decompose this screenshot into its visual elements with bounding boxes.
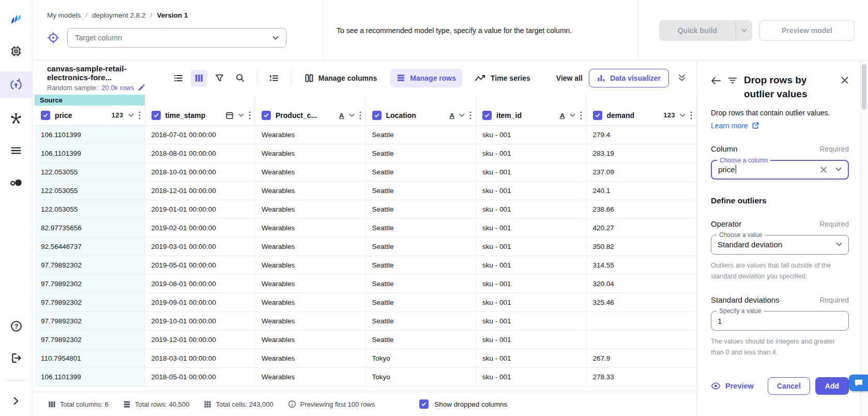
- sample-label: Random sample:: [47, 84, 98, 92]
- quick-build-button[interactable]: Quick build: [659, 20, 752, 41]
- column-menu-caret-icon[interactable]: [128, 113, 134, 117]
- manage-rows-button[interactable]: Manage rows: [390, 69, 462, 87]
- std-value-input[interactable]: Specify a value 1: [711, 311, 849, 331]
- column-dropdown-caret-icon[interactable]: [835, 167, 842, 172]
- text-type-icon: A: [339, 112, 344, 120]
- preview-button[interactable]: Preview: [711, 382, 754, 390]
- column-kebab-icon[interactable]: [359, 111, 361, 120]
- table-cell: Wearables: [255, 256, 366, 274]
- operator-select[interactable]: Choose a value Standard deviation: [711, 235, 849, 255]
- column-header-demand: demand123: [587, 106, 697, 125]
- column-menu-caret-icon[interactable]: [680, 113, 686, 117]
- column-kebab-icon[interactable]: [139, 111, 141, 120]
- back-arrow-icon[interactable]: [711, 76, 721, 101]
- table-cell: 122.053055: [35, 182, 145, 200]
- expand-sidebar-icon[interactable]: [0, 389, 33, 413]
- chat-widget-button[interactable]: [849, 375, 868, 391]
- column-kebab-icon[interactable]: [580, 111, 582, 120]
- table-cell: Wearables: [255, 275, 366, 293]
- help-icon[interactable]: ?: [0, 314, 33, 338]
- table-cell: Seattle: [366, 312, 477, 330]
- breadcrumb: My models/deployment 2.8.2/Version 1: [47, 11, 323, 19]
- table-cell: 2018-05-01 00:00:00: [145, 368, 256, 386]
- checkbox-checked-icon[interactable]: [419, 399, 429, 409]
- search-icon[interactable]: [232, 70, 249, 86]
- columns-icon: [48, 400, 56, 408]
- table-cell: sku - 001: [476, 349, 587, 367]
- sign-out-icon[interactable]: [0, 346, 33, 370]
- row-list-view-icon[interactable]: [170, 70, 187, 86]
- canvas-home-icon[interactable]: [0, 71, 33, 98]
- target-column-select[interactable]: Target column: [67, 28, 286, 48]
- column-kebab-icon[interactable]: [690, 111, 692, 120]
- table-row: 97.798923022019-12-01 00:00:00WearablesS…: [35, 331, 697, 349]
- learn-more-link[interactable]: Learn more: [711, 122, 759, 130]
- filter-icon[interactable]: [211, 70, 228, 86]
- table-cell: 97.79892302: [35, 312, 145, 330]
- table-cell: Seattle: [366, 144, 477, 162]
- cells-grid-icon: [204, 400, 211, 408]
- column-name: time_stamp: [165, 111, 206, 120]
- manage-columns-button[interactable]: Manage columns: [298, 69, 384, 87]
- edit-sample-icon[interactable]: [138, 84, 145, 92]
- operator-dropdown-caret-icon[interactable]: [836, 242, 842, 247]
- column-name: price: [55, 111, 72, 120]
- std-section-label: Standard deviations: [711, 295, 780, 304]
- table-row: 82.977356562019-02-01 00:00:00WearablesS…: [35, 219, 697, 237]
- add-button[interactable]: Add: [815, 377, 849, 395]
- ordered-list-icon[interactable]: [266, 70, 282, 86]
- preview-button-label: Preview: [725, 382, 754, 390]
- show-dropped-columns-checkbox[interactable]: Show dropped columns: [419, 399, 507, 409]
- column-menu-caret-icon[interactable]: [238, 113, 244, 117]
- close-icon[interactable]: [841, 76, 849, 101]
- panel-scrollbar[interactable]: [860, 61, 868, 416]
- column-menu-caret-icon[interactable]: [349, 113, 355, 117]
- clear-input-icon[interactable]: [820, 166, 827, 173]
- svg-text:?: ?: [14, 323, 18, 330]
- scrollbar-thumb[interactable]: [862, 64, 866, 110]
- canvas-logo[interactable]: [0, 7, 33, 31]
- column-checkbox[interactable]: [262, 111, 271, 120]
- data-visualizer-button[interactable]: Data visualizer: [589, 69, 669, 87]
- column-menu-caret-icon[interactable]: [459, 113, 465, 117]
- table-cell: 2019-03-01 00:00:00: [145, 237, 256, 256]
- table-cell: 2019-08-01 00:00:00: [145, 275, 256, 293]
- table-cell: 106.1101399: [35, 144, 145, 162]
- column-kebab-icon[interactable]: [249, 111, 251, 120]
- column-menu-caret-icon[interactable]: [570, 113, 575, 117]
- column-view-icon[interactable]: [191, 70, 207, 86]
- data-visualizer-label: Data visualizer: [610, 74, 661, 82]
- cancel-button[interactable]: Cancel: [768, 377, 810, 395]
- column-checkbox[interactable]: [593, 111, 602, 120]
- column-checkbox[interactable]: [41, 111, 50, 120]
- external-link-icon: [752, 122, 759, 129]
- table-cell: Wearables: [255, 368, 366, 386]
- list-icon[interactable]: [0, 139, 33, 162]
- column-kebab-icon[interactable]: [469, 111, 471, 120]
- collapse-double-chevron-icon[interactable]: [677, 74, 687, 82]
- breadcrumb-item[interactable]: My models: [47, 11, 81, 19]
- automations-icon[interactable]: [0, 171, 33, 195]
- model-registry-icon[interactable]: [0, 107, 33, 130]
- column-checkbox[interactable]: [482, 111, 492, 120]
- std-input-value: 1: [718, 317, 722, 325]
- column-input-label: Choose a column: [717, 157, 770, 164]
- column-input[interactable]: Choose a column price: [711, 160, 849, 180]
- table-cell: Seattle: [366, 275, 477, 293]
- models-chip-icon[interactable]: [0, 39, 33, 63]
- column-input-value: price: [718, 165, 735, 174]
- time-series-button[interactable]: Time series: [468, 69, 537, 87]
- target-column-placeholder: Target column: [75, 34, 122, 42]
- table-cell: 2019-02-01 00:00:00: [145, 219, 256, 237]
- sample-size-link[interactable]: 20.0k rows: [101, 84, 134, 92]
- column-checkbox[interactable]: [372, 111, 382, 120]
- column-checkbox[interactable]: [151, 111, 161, 120]
- table-cell: 97.79892302: [35, 256, 145, 274]
- breadcrumb-item[interactable]: deployment 2.8.2: [92, 11, 146, 19]
- preview-model-button[interactable]: Preview model: [759, 20, 855, 41]
- table-cell: 122.053055: [35, 163, 145, 181]
- table-row: 106.11013992018-08-01 00:00:00WearablesS…: [35, 144, 697, 163]
- view-all-button[interactable]: View all: [550, 69, 589, 87]
- quick-build-caret-icon[interactable]: [736, 20, 752, 41]
- strip-cell: [145, 95, 256, 106]
